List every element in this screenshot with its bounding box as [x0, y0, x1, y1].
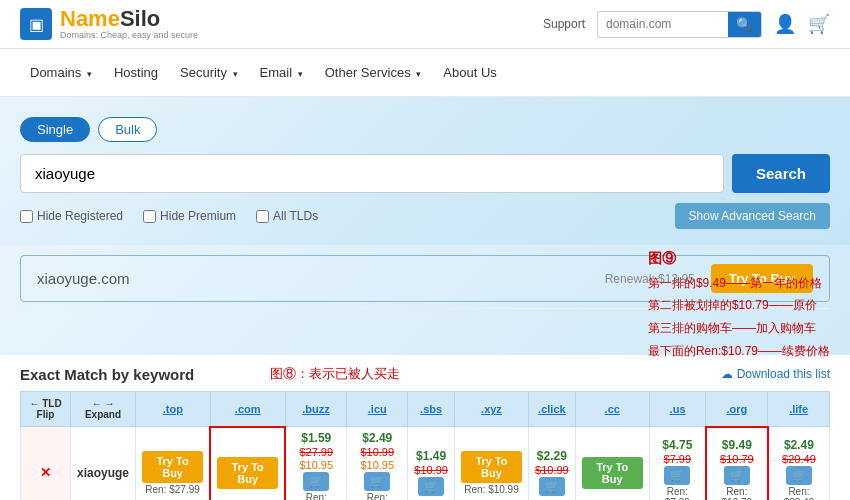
cross-cell: ✕ — [21, 427, 71, 501]
advanced-search-button[interactable]: Show Advanced Search — [675, 203, 830, 229]
th-icu: .icu — [347, 392, 408, 427]
search-type-tabs: Single Bulk — [20, 117, 830, 142]
th-xyz: .xyz — [454, 392, 528, 427]
security-arrow: ▾ — [233, 69, 238, 79]
table-section: Exact Match by keyword 图⑧：表示已被人买走 ☁ Down… — [0, 355, 850, 500]
annotation-line4: 最下面的Ren:$10.79——续费价格 — [648, 340, 830, 363]
annotation-line3: 第三排的购物车——加入购物车 — [648, 317, 830, 340]
cart-sbs-button[interactable]: 🛒 — [418, 477, 444, 496]
cell-com: Try To Buy — [210, 427, 285, 501]
nav-bar: Domains ▾ Hosting Security ▾ Email ▾ Oth… — [0, 49, 850, 97]
logo-tagline: Domains: Cheap, easy and secure — [60, 30, 198, 40]
fig8-annotation: 图⑧：表示已被人买走 — [270, 365, 400, 383]
th-click: .click — [529, 392, 576, 427]
logo-icon: ▣ — [20, 8, 52, 40]
cart-life-button[interactable]: 🛒 — [786, 466, 812, 485]
email-arrow: ▾ — [298, 69, 303, 79]
nav-hosting[interactable]: Hosting — [104, 49, 168, 96]
main-search-button[interactable]: Search — [732, 154, 830, 193]
hero-section: Single Bulk Search Hide Registered Hide … — [0, 97, 850, 245]
th-us: .us — [649, 392, 706, 427]
domain-name: xiaoyuge.com — [37, 270, 605, 287]
header-search-input[interactable] — [598, 13, 728, 35]
th-life: .life — [768, 392, 830, 427]
try-top-button[interactable]: Try To Buy — [142, 451, 203, 483]
user-icon[interactable]: 👤 — [774, 13, 796, 35]
header-search-button[interactable]: 🔍 — [728, 12, 761, 37]
nav-security[interactable]: Security ▾ — [170, 49, 248, 96]
cart-icu-button[interactable]: 🛒 — [364, 472, 390, 491]
cart-org-button[interactable]: 🛒 — [724, 466, 750, 485]
cloud-icon: ☁ — [721, 367, 733, 381]
table-header-row: Exact Match by keyword 图⑧：表示已被人买走 ☁ Down… — [20, 365, 830, 383]
cell-sbs: $1.49 $10.99 🛒 — [408, 427, 455, 501]
nav-domains[interactable]: Domains ▾ — [20, 49, 102, 96]
tab-single[interactable]: Single — [20, 117, 90, 142]
top-bar: ▣ NameSilo Domains: Cheap, easy and secu… — [0, 0, 850, 49]
logo-area: ▣ NameSilo Domains: Cheap, easy and secu… — [20, 8, 198, 40]
try-cc-button[interactable]: Try To Buy — [582, 457, 643, 489]
all-tlds-filter[interactable]: All TLDs — [256, 209, 318, 223]
th-org: .org — [706, 392, 768, 427]
download-list-button[interactable]: ☁ Download this list — [721, 367, 830, 381]
cell-life: $2.49 $20.49 🛒 Ren: $28.49 — [768, 427, 830, 501]
cross-icon: ✕ — [40, 465, 51, 480]
fig9-title: 图⑨ — [648, 245, 830, 272]
main-search-input[interactable] — [20, 154, 724, 193]
keyword-cell: xiaoyuge — [71, 427, 136, 501]
header-search[interactable]: 🔍 — [597, 11, 762, 38]
nav-email[interactable]: Email ▾ — [250, 49, 313, 96]
exact-match-title: Exact Match by keyword — [20, 366, 194, 383]
annotation-block: 图⑨ 第一排的$9.49——第一年的价格 第二排被划掉的$10.79——原价 第… — [648, 245, 830, 363]
cell-us: $4.75 $7.99 🛒 Ren: $7.99 — [649, 427, 706, 501]
tab-bulk[interactable]: Bulk — [98, 117, 157, 142]
annotation-line1: 第一排的$9.49——第一年的价格 — [648, 272, 830, 295]
table-row: ✕ xiaoyuge Try To Buy Ren: $27.99 Try To… — [21, 427, 830, 501]
th-com: .com — [210, 392, 285, 427]
main-search-row: Search — [20, 154, 830, 193]
cell-click: $2.29 $10.99 🛒 — [529, 427, 576, 501]
domains-arrow: ▾ — [87, 69, 92, 79]
support-label: Support — [543, 17, 585, 31]
try-com-button[interactable]: Try To Buy — [217, 457, 278, 489]
filters-row: Hide Registered Hide Premium All TLDs Sh… — [20, 203, 830, 229]
cart-buzz-button[interactable]: 🛒 — [303, 472, 329, 491]
th-buzz: .buzz — [285, 392, 347, 427]
cell-cc: Try To Buy — [575, 427, 649, 501]
cart-icon[interactable]: 🛒 — [808, 13, 830, 35]
th-top: .top — [136, 392, 211, 427]
th-expand[interactable]: ← →Expand — [71, 392, 136, 427]
hide-premium-filter[interactable]: Hide Premium — [143, 209, 236, 223]
cell-buzz: $1.59 $27.99 $10.95 🛒 Ren: $10.95 — [285, 427, 347, 501]
annotation-line2: 第二排被划掉的$10.79——原价 — [648, 294, 830, 317]
cart-us-button[interactable]: 🛒 — [664, 466, 690, 485]
try-xyz-button[interactable]: Try To Buy — [461, 451, 522, 483]
th-tld-flip[interactable]: ← TLDFlip — [21, 392, 71, 427]
cart-click-button[interactable]: 🛒 — [539, 477, 565, 496]
hide-registered-filter[interactable]: Hide Registered — [20, 209, 123, 223]
cell-top: Try To Buy Ren: $27.99 — [136, 427, 211, 501]
th-sbs: .sbs — [408, 392, 455, 427]
logo-text: NameSilo — [60, 8, 198, 30]
nav-other-services[interactable]: Other Services ▾ — [315, 49, 432, 96]
other-arrow: ▾ — [416, 69, 421, 79]
cell-org: $9.49 $10.79 🛒 Ren: $10.79 — [706, 427, 768, 501]
nav-about-us[interactable]: About Us — [433, 49, 506, 96]
cell-xyz: Try To Buy Ren: $10.99 — [454, 427, 528, 501]
th-cc: .cc — [575, 392, 649, 427]
top-right: Support 🔍 👤 🛒 — [543, 11, 830, 38]
domain-table: ← TLDFlip ← →Expand .top .com .buzz .icu… — [20, 391, 830, 500]
cell-icu: $2.49 $10.99 $10.95 🛒 Ren: $10.95 — [347, 427, 408, 501]
